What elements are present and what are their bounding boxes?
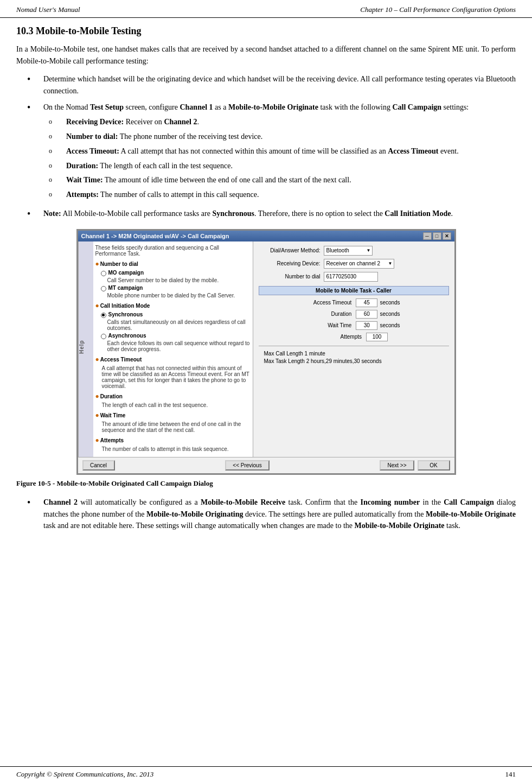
attempts-label: Attempts [317, 334, 366, 340]
sub-content: Wait Time: The amount of idle time betwe… [66, 174, 516, 186]
footer-left: Copyright © Spirent Communications, Inc.… [16, 770, 153, 779]
sync-desc: Calls start simultaneously on all device… [107, 319, 251, 331]
wait-time-unit: seconds [380, 322, 400, 328]
dialog-titlebar: Channel 1 -> M2M Originated w/AV -> Call… [78, 231, 454, 241]
wait-time-input[interactable] [356, 321, 377, 330]
list-item: • On the Nomad Test Setup screen, config… [16, 101, 516, 204]
left-footer-buttons: Cancel [82, 460, 115, 471]
left-intro: These fields specify duration and sequen… [95, 245, 251, 257]
dlp-item-timeout: ●Access Timeout [95, 355, 251, 363]
dialog-window: Channel 1 -> M2M Originated w/AV -> Call… [77, 230, 456, 474]
main-content: 10.3 Mobile-to-Mobile Testing In a Mobil… [0, 26, 532, 532]
sub-content: Receiving Device: Receiver on Channel 2. [66, 116, 516, 128]
bullet-marker: • [27, 101, 40, 114]
center-footer-buttons: << Previous [225, 460, 269, 471]
list-item: • Channel 2 will automatically be config… [16, 497, 516, 532]
bullet-marker: • [27, 73, 40, 86]
header-left: Nomad User's Manual [16, 5, 80, 14]
screenshot-container: Channel 1 -> M2M Originated w/AV -> Call… [76, 229, 456, 475]
radio-sync-dot[interactable] [101, 313, 106, 318]
timeout-desc: A call attempt that has not connected wi… [102, 365, 251, 389]
page-footer: Copyright © Spirent Communications, Inc.… [0, 766, 532, 782]
sub-list-item: o Access Timeout: A call attempt that ha… [43, 145, 516, 157]
ok-button[interactable]: OK [418, 460, 450, 471]
number-to-dial-row: Number to dial [259, 272, 449, 282]
attempts-desc: The number of calls to attempt in this t… [102, 446, 251, 452]
access-timeout-row: Access Timeout seconds [259, 298, 449, 307]
sub-marker: o [49, 116, 62, 128]
sub-list-item: o Wait Time: The amount of idle time bet… [43, 174, 516, 186]
sub-marker: o [49, 160, 62, 172]
dial-answer-value: Bluetooth [326, 247, 349, 253]
dialog-body: Help These fields specify duration and s… [78, 241, 454, 457]
radio-async-dot[interactable] [101, 334, 106, 339]
receiving-device-dropdown[interactable]: Receiver on channel 2 ▼ [324, 259, 394, 269]
sub-marker: o [49, 131, 62, 143]
radio-mo-dot[interactable] [101, 271, 106, 276]
header-right: Chapter 10 – Call Performance Configurat… [360, 5, 516, 14]
next-button[interactable]: Next >> [380, 460, 414, 471]
sub-content: Access Timeout: A call attempt that has … [66, 145, 516, 157]
attempts-row: Attempts [259, 333, 449, 341]
dialog-footer: Cancel << Previous Next >> OK [78, 457, 454, 473]
divider [259, 346, 449, 346]
footer-right: 141 [505, 770, 516, 779]
number-to-dial-input[interactable] [324, 272, 378, 282]
duration-input[interactable] [356, 310, 377, 319]
dlp-item-callmode: ●Call Initiation Mode [95, 302, 251, 309]
help-tab[interactable]: Help [78, 241, 93, 457]
bullet-content-ch2: Channel 2 will automatically be configur… [43, 497, 516, 532]
access-timeout-unit: seconds [380, 300, 400, 306]
dlp-item-attempts: ●Attempts [95, 436, 251, 444]
sub-content: Number to dial: The phone number of the … [66, 131, 516, 143]
dial-answer-row: Dial/Answer Method: Bluetooth ▼ [259, 246, 449, 256]
sub-list-item: o Duration: The length of each call in t… [43, 160, 516, 172]
figure-caption: Figure 10-5 - Mobile-to-Mobile Originate… [16, 479, 516, 488]
sub-content: Attempts: The number of calls to attempt… [66, 189, 516, 201]
radio-async-label: Asynchronous [108, 333, 146, 339]
dialog-left-panel: These fields specify duration and sequen… [93, 241, 253, 457]
cancel-button[interactable]: Cancel [82, 460, 115, 471]
number-to-dial-label: Number to dial [259, 274, 324, 279]
bullet-marker: • [27, 497, 40, 509]
access-timeout-label: Access Timeout [307, 300, 356, 306]
attempts-input[interactable] [366, 333, 388, 341]
bullet-list: • Determine which handset will be the or… [16, 73, 516, 220]
bullet-content-1: Determine which handset will be the orig… [43, 73, 516, 97]
radio-group-number: MO campaign Call Server number to be dia… [101, 270, 251, 298]
dial-answer-label: Dial/Answer Method: [259, 247, 324, 253]
dlp-item-number: ●Number to dial [95, 260, 251, 268]
close-button[interactable]: ✕ [443, 232, 451, 240]
wait-time-row: Wait Time seconds [259, 321, 449, 330]
mt-desc: Mobile phone number to be dialed by the … [107, 293, 251, 298]
bullet-marker: • [27, 208, 40, 220]
dlp-item-duration: ●Duration [95, 392, 251, 400]
bullet-content-3: Note: All Mobile-to-Mobile call performa… [43, 208, 516, 220]
previous-button[interactable]: << Previous [225, 460, 269, 471]
radio-group-callmode: Synchronous Calls start simultaneously o… [101, 311, 251, 352]
section-bar: Mobile to Mobile Task - Caller [259, 286, 449, 295]
access-timeout-input[interactable] [356, 298, 377, 307]
dialog-title: Channel 1 -> M2M Originated w/AV -> Call… [81, 233, 229, 239]
titlebar-buttons: ─ □ ✕ [423, 232, 451, 240]
receiving-device-value: Receiver on channel 2 [326, 260, 381, 266]
duration-row: Duration seconds [259, 310, 449, 319]
radio-mo-label: MO campaign [108, 270, 144, 276]
duration-unit: seconds [380, 311, 400, 317]
intro-paragraph: In a Mobile-to-Mobile test, one handset … [16, 43, 516, 67]
dial-answer-dropdown[interactable]: Bluetooth ▼ [324, 246, 373, 256]
maximize-button[interactable]: □ [433, 232, 441, 240]
waittime-desc: The amount of idle time between the end … [102, 421, 251, 433]
radio-mt-dot[interactable] [101, 286, 106, 291]
page-header: Nomad User's Manual Chapter 10 – Call Pe… [0, 0, 532, 18]
bullet-content-2: On the Nomad Test Setup screen, configur… [43, 101, 516, 204]
radio-mo: MO campaign [101, 270, 251, 276]
chevron-down-icon: ▼ [388, 261, 393, 266]
radio-mt-label: MT campaign [108, 285, 143, 291]
sub-content: Duration: The length of each call in the… [66, 160, 516, 172]
duration-label: Duration [307, 311, 356, 317]
wait-time-label: Wait Time [307, 322, 356, 328]
section-heading: 10.3 Mobile-to-Mobile Testing [16, 26, 516, 37]
minimize-button[interactable]: ─ [423, 232, 432, 240]
chevron-down-icon: ▼ [367, 248, 371, 253]
